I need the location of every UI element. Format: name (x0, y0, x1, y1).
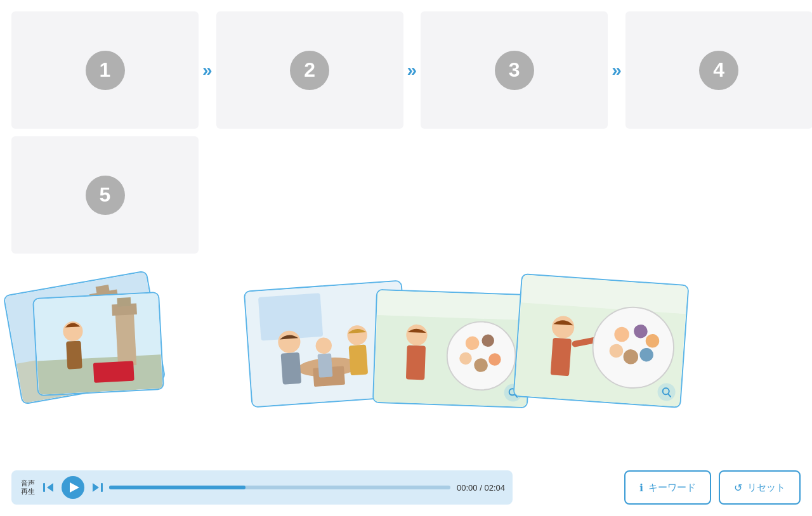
reset-button[interactable]: ↺ リセット (719, 470, 801, 505)
svg-rect-23 (281, 352, 302, 385)
svg-rect-56 (43, 483, 45, 492)
scene-number-1: 1 (86, 51, 125, 90)
illus-card-presentation1[interactable] (372, 289, 532, 408)
audio-label: 音声 再生 (19, 479, 37, 496)
next-button[interactable] (90, 481, 104, 494)
svg-rect-13 (66, 341, 82, 370)
illus-card-front-1[interactable] (32, 292, 164, 396)
scene-card-4[interactable]: 4 (625, 11, 812, 129)
svg-rect-33 (406, 345, 426, 380)
progress-bar[interactable] (109, 486, 450, 489)
time-display: 00:00 / 02:04 (457, 483, 505, 493)
keyword-label: キーワード (648, 482, 696, 494)
audio-control-bar: 音声 再生 00:00 / 02:04 (11, 470, 513, 505)
progress-fill (109, 486, 246, 489)
prev-button[interactable] (42, 481, 56, 494)
scene-card-3[interactable]: 3 (421, 11, 608, 129)
svg-rect-60 (101, 483, 103, 492)
scene-grid-row2: 5 (0, 129, 812, 254)
progress-container: 00:00 / 02:04 (109, 483, 505, 493)
scene-number-5: 5 (86, 176, 125, 215)
scene-number-2: 2 (290, 51, 329, 90)
chevron-2: » (407, 60, 417, 81)
svg-rect-14 (115, 309, 137, 366)
chevron-1: » (202, 60, 213, 81)
svg-rect-45 (551, 338, 572, 377)
illus-card-presentation2[interactable] (513, 273, 690, 408)
svg-rect-25 (349, 345, 369, 376)
reset-label: リセット (747, 482, 785, 494)
scene-number-3: 3 (495, 51, 534, 90)
svg-rect-16 (117, 297, 131, 307)
reset-icon: ↺ (734, 482, 742, 494)
svg-marker-61 (93, 483, 99, 492)
svg-rect-17 (93, 361, 134, 382)
scene-card-5[interactable]: 5 (11, 136, 199, 254)
svg-rect-27 (317, 353, 332, 378)
svg-line-55 (668, 394, 671, 397)
scene-card-1[interactable]: 1 (11, 11, 199, 129)
play-button[interactable] (61, 475, 85, 500)
chevron-3: » (612, 60, 622, 81)
scene-number-4: 4 (699, 51, 738, 90)
keyword-icon: ℹ (639, 482, 643, 494)
svg-marker-57 (47, 483, 53, 492)
keyword-button[interactable]: ℹ キーワード (624, 470, 711, 505)
right-buttons: ℹ キーワード ↺ リセット (624, 470, 801, 505)
scene-card-2[interactable]: 2 (216, 11, 403, 129)
scene-grid-row1: 1 » 2 » 3 » 4 » (0, 0, 812, 129)
